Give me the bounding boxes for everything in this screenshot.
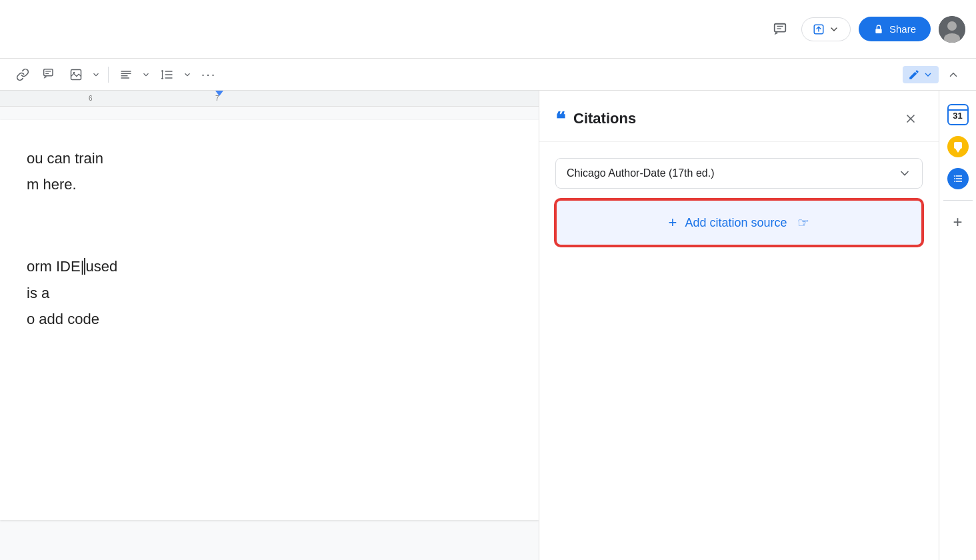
upload-icon — [813, 23, 825, 35]
svg-rect-8 — [44, 69, 53, 75]
align-icon — [119, 68, 133, 81]
insert-image-button[interactable] — [64, 63, 88, 87]
link-button[interactable] — [11, 63, 35, 87]
citation-style-dropdown[interactable]: Chicago Author-Date (17th ed.) — [555, 158, 923, 189]
collapse-icon — [947, 69, 959, 81]
format-toolbar: ··· — [0, 59, 976, 91]
google-tasks-button[interactable] — [945, 165, 971, 192]
close-icon — [904, 112, 917, 125]
top-toolbar: Share — [0, 0, 976, 59]
citations-body: Chicago Author-Date (17th ed.) + Add cit… — [539, 142, 939, 262]
collapse-button[interactable] — [941, 63, 965, 87]
svg-point-6 — [947, 21, 957, 31]
document-area: 6 7 ou can train m here. orm IDE|used — [0, 91, 539, 560]
comment-icon — [773, 22, 787, 37]
citation-style-value: Chicago Author-Date (17th ed.) — [567, 167, 714, 179]
pen-icon — [908, 69, 920, 81]
line-spacing-group — [155, 63, 194, 87]
add-plus-icon: + — [669, 214, 677, 231]
insert-comment-button[interactable] — [37, 63, 61, 87]
tasks-icon — [947, 168, 969, 189]
pen-dropdown-icon — [923, 69, 933, 80]
divider-1 — [108, 67, 109, 83]
plus-icon: + — [953, 213, 962, 231]
comments-button[interactable] — [767, 16, 793, 43]
google-keep-button[interactable] — [945, 133, 971, 160]
add-citation-label: Add citation source — [685, 216, 787, 230]
share-label: Share — [889, 23, 916, 35]
spacing-dropdown-button[interactable] — [181, 63, 194, 87]
ellipsis-icon: ··· — [201, 67, 217, 82]
doc-line-5: o add code — [27, 307, 512, 331]
add-citation-source-button[interactable]: + Add citation source ☞ — [555, 199, 923, 246]
doc-line-space — [27, 199, 512, 252]
spacing-dropdown-icon — [183, 70, 192, 79]
ruler: 6 7 — [0, 91, 539, 107]
chevron-down-icon — [829, 24, 839, 35]
doc-line-4: is a — [27, 281, 512, 305]
editing-mode-button[interactable] — [903, 66, 939, 83]
publish-button[interactable] — [801, 17, 851, 41]
google-calendar-button[interactable]: 31 — [945, 101, 971, 128]
image-dropdown-button[interactable] — [89, 63, 103, 87]
line-spacing-icon — [161, 68, 174, 81]
calendar-day-label: 31 — [953, 111, 962, 121]
align-group — [114, 63, 153, 87]
image-icon — [69, 68, 83, 81]
citations-quote-icon: ❝ — [555, 108, 565, 130]
calendar-icon: 31 — [947, 104, 969, 125]
keep-icon — [947, 136, 969, 157]
citations-panel: ❝ Citations Chicago Author-Date (17th ed… — [539, 91, 939, 560]
right-sidebar: 31 + — [939, 91, 976, 560]
link-icon — [16, 68, 29, 81]
dropdown-chevron-icon — [898, 167, 911, 180]
ruler-mark-6: 6 — [89, 95, 93, 102]
doc-line-3: orm IDE|used — [27, 255, 512, 278]
add-addon-button[interactable]: + — [945, 209, 971, 235]
citations-title: Citations — [573, 110, 891, 127]
sidebar-divider — [943, 200, 973, 201]
align-dropdown-button[interactable] — [139, 63, 153, 87]
citations-close-button[interactable] — [899, 107, 923, 131]
insert-comment-icon — [43, 68, 56, 81]
align-button[interactable] — [114, 63, 138, 87]
document-content[interactable]: ou can train m here. orm IDE|used is a o… — [0, 120, 539, 360]
more-options-button[interactable]: ··· — [197, 63, 221, 87]
insert-image-group — [64, 63, 103, 87]
doc-line-1: ou can train — [27, 147, 512, 170]
lock-icon — [873, 24, 884, 35]
svg-marker-21 — [955, 149, 961, 153]
align-dropdown-icon — [141, 70, 151, 79]
main-layout: 6 7 ou can train m here. orm IDE|used — [0, 91, 976, 560]
line-spacing-button[interactable] — [155, 63, 179, 87]
avatar[interactable] — [939, 16, 965, 43]
share-button[interactable]: Share — [859, 17, 931, 41]
svg-rect-4 — [875, 29, 881, 33]
dropdown-arrow-icon — [91, 70, 101, 79]
cursor-indicator: ☞ — [797, 215, 809, 231]
svg-rect-0 — [775, 23, 786, 31]
citations-header: ❝ Citations — [539, 91, 939, 142]
doc-line-2: m here. — [27, 173, 512, 196]
ruler-triangle — [215, 91, 223, 96]
svg-rect-20 — [954, 142, 962, 149]
